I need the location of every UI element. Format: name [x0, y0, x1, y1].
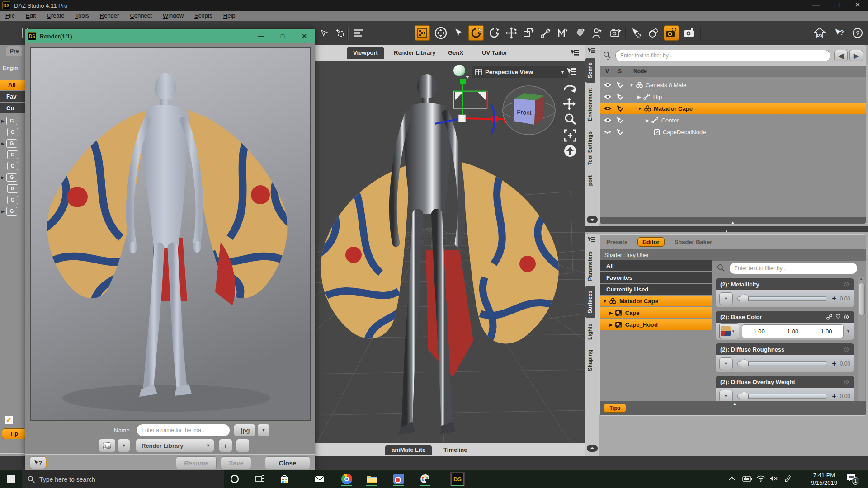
figure-setup-tool-icon[interactable] — [590, 25, 605, 41]
geometry-editor-tool-icon[interactable] — [572, 25, 588, 41]
pen-icon[interactable] — [784, 474, 792, 483]
gear-icon[interactable] — [844, 282, 849, 287]
tab-render-library[interactable]: Render Library — [387, 47, 442, 59]
camera-ball-gizmo[interactable] — [453, 65, 469, 79]
close-button[interactable]: ✕ — [847, 0, 868, 11]
tab-animate-lite[interactable]: aniMate Lite — [385, 445, 432, 455]
taskbar-search[interactable]: Type here to search — [22, 470, 224, 488]
tab-genx[interactable]: GenX — [442, 47, 470, 59]
tree-label[interactable]: Hip — [653, 94, 662, 100]
expander-right-icon[interactable]: ▶ — [646, 118, 649, 123]
task-view-icon[interactable] — [253, 472, 267, 486]
color-b-value[interactable]: 1.00 — [821, 328, 832, 335]
chrome-icon[interactable] — [340, 472, 354, 486]
diffuse-roughness-slider[interactable] — [737, 361, 827, 366]
render-dialog-titlebar[interactable]: DS Render(1/1) — □ ✕ — [25, 29, 315, 43]
format-select[interactable]: .jpg — [234, 424, 255, 436]
property-value[interactable]: 0.00 — [840, 393, 850, 399]
dialog-help-button[interactable]: ? — [30, 456, 46, 469]
pan-view-tool-icon[interactable] — [433, 25, 448, 41]
surface-list-currently-used[interactable]: Currently Used — [600, 284, 712, 295]
tray-chevron-icon[interactable] — [729, 476, 735, 481]
render-settings-icon[interactable] — [646, 25, 661, 41]
home-ds-icon[interactable]: DS — [812, 25, 827, 41]
tab-editor[interactable]: Editor — [637, 237, 665, 247]
scene-pane-collapse-bar[interactable]: ▲ — [600, 217, 866, 224]
render-dialog[interactable]: DS Render(1/1) — □ ✕ — [25, 29, 315, 471]
slider-options-dropdown[interactable]: ▼ — [719, 357, 733, 370]
translate-tool-icon[interactable] — [504, 25, 519, 41]
scrollbar-thumb[interactable] — [859, 283, 865, 315]
pan-view-icon[interactable] — [563, 98, 576, 110]
left-dock-group-row[interactable]: G — [0, 149, 28, 160]
menu-render[interactable]: Render — [94, 11, 125, 21]
left-dock-group-row[interactable]: G — [0, 160, 28, 172]
mail-icon[interactable] — [312, 472, 327, 486]
left-dock-checkbox[interactable]: ✔ — [5, 416, 13, 424]
tree-row-genesis[interactable]: ▼ Genesis 8 Male — [600, 79, 866, 91]
vtab-scene[interactable]: Scene — [585, 58, 595, 83]
frame-view-icon[interactable] — [564, 129, 576, 142]
surface-tree-label[interactable]: Matador Cape — [619, 298, 658, 305]
tab-options-icon[interactable] — [570, 48, 580, 57]
file-explorer-icon[interactable] — [364, 472, 379, 486]
tab-uv-tailor[interactable]: UV Tailor — [476, 47, 514, 59]
expander-right-icon[interactable]: ▶ — [637, 94, 641, 99]
menu-window[interactable]: Window — [157, 11, 189, 21]
select-check-icon[interactable] — [616, 94, 623, 100]
slider-handle[interactable] — [740, 294, 749, 304]
menu-create[interactable]: Create — [41, 11, 70, 21]
link-icon[interactable] — [826, 314, 832, 320]
properties-scrollbar[interactable]: ▲ ▼ — [858, 277, 865, 410]
start-button[interactable] — [4, 472, 18, 486]
pane-collapse-arrow[interactable]: ▲ — [733, 402, 736, 406]
surface-tree-cape-hood[interactable]: ▶ Cape_Hood — [600, 319, 712, 330]
node-create-tool-icon[interactable] — [333, 25, 348, 41]
render-icon[interactable] — [682, 25, 697, 41]
left-dock-group-row[interactable]: ▶G — [0, 172, 28, 183]
tab-viewport[interactable]: Viewport — [347, 47, 384, 59]
whats-this-icon[interactable]: ? — [832, 25, 847, 41]
store-icon[interactable] — [277, 472, 292, 486]
search-icon[interactable] — [603, 51, 612, 60]
color-values-field[interactable]: 1.00 1.00 1.00 — [742, 324, 844, 338]
diffuse-overlay-slider[interactable] — [737, 394, 827, 399]
dock-splitter[interactable]: ▲ — [585, 226, 868, 232]
left-dock-group-row[interactable]: G — [0, 194, 28, 206]
color-r-value[interactable]: 1.00 — [754, 328, 765, 335]
menu-help[interactable]: Help — [218, 11, 241, 21]
left-dock-group-row[interactable]: ▶G — [0, 115, 28, 127]
slider-handle[interactable] — [740, 392, 749, 402]
menu-edit[interactable]: Edit — [20, 11, 41, 21]
tree-row-matador-cape[interactable]: ▼ Matador Cape — [600, 103, 866, 114]
render-options-icon[interactable] — [664, 25, 679, 41]
minimize-button[interactable]: — — [806, 0, 826, 11]
tree-label[interactable]: Center — [661, 117, 679, 124]
dialog-close-icon[interactable]: ✕ — [297, 33, 311, 40]
weight-map-tool-icon[interactable] — [555, 25, 571, 41]
taskbar-clock[interactable]: 7:41 PM 9/15/2019 — [808, 471, 840, 487]
left-dock-tab-presets[interactable]: Pre — [6, 46, 22, 56]
render-name-input[interactable] — [137, 424, 230, 436]
tree-row-hip[interactable]: ▶ Hip — [600, 91, 866, 103]
expander-down-icon[interactable]: ▼ — [629, 83, 634, 88]
aniblock-tool-icon[interactable] — [415, 25, 430, 41]
nudge-plus[interactable]: + — [832, 360, 836, 368]
library-dropdown-arrow[interactable]: ▼ — [206, 443, 214, 448]
vtab-environment[interactable]: Environment — [585, 84, 595, 126]
select-check-icon[interactable] — [616, 117, 623, 123]
scroll-up-arrow[interactable]: ▲ — [859, 277, 864, 281]
paint3d-icon[interactable] — [418, 472, 432, 486]
surface-list-all[interactable]: All — [600, 260, 712, 271]
format-dropdown-arrow[interactable]: ▼ — [257, 424, 270, 436]
gear-icon[interactable] — [844, 347, 849, 352]
eye-open-icon[interactable] — [604, 106, 612, 111]
expander-down-icon[interactable]: ▼ — [603, 299, 607, 304]
dock-collapse-handle[interactable]: ◂▸ — [587, 445, 598, 452]
camera-selector[interactable]: Perspective View ▼ — [472, 66, 568, 78]
metallicity-slider[interactable] — [737, 296, 827, 301]
camera-dropdown-arrow[interactable]: ▼ — [557, 70, 565, 75]
gear-icon[interactable] — [844, 379, 849, 385]
rotate-tool-icon[interactable] — [486, 25, 502, 41]
save-button[interactable]: Save — [221, 456, 251, 469]
